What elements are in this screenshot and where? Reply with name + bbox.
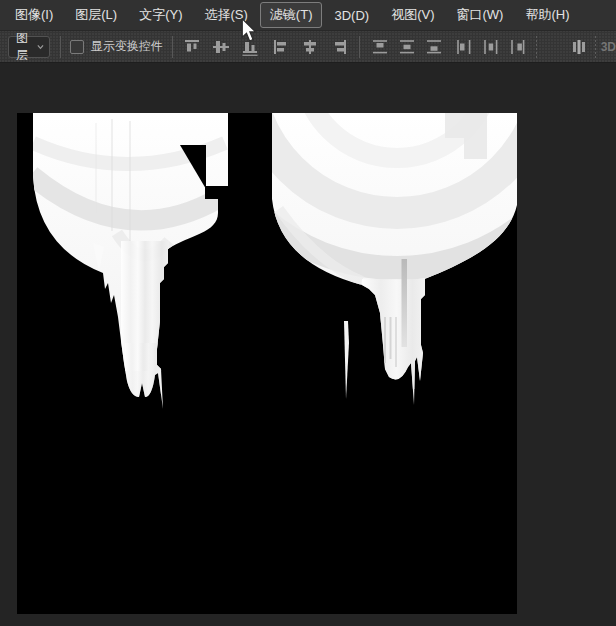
options-bar: 图层 显示变换控件 bbox=[0, 30, 616, 63]
align-top-edges-icon[interactable] bbox=[181, 36, 203, 58]
right-tower-shape bbox=[192, 113, 517, 405]
distribute-top-edges-icon[interactable] bbox=[369, 36, 391, 58]
menu-3d[interactable]: 3D(D) bbox=[324, 4, 379, 27]
menu-select[interactable]: 选择(S) bbox=[195, 2, 258, 28]
show-transform-controls-label[interactable]: 显示变换控件 bbox=[91, 38, 163, 55]
divider bbox=[536, 36, 537, 58]
distribute-left-edges-icon[interactable] bbox=[453, 36, 475, 58]
mode-3d-label: 3D bbox=[601, 40, 616, 54]
distribute-vertical-centers-icon[interactable] bbox=[396, 36, 418, 58]
divider bbox=[172, 36, 173, 58]
menu-filter[interactable]: 滤镜(T) bbox=[260, 2, 323, 28]
align-right-edges-icon[interactable] bbox=[328, 36, 350, 58]
menu-window[interactable]: 窗口(W) bbox=[446, 2, 513, 28]
canvas-image bbox=[17, 113, 517, 614]
align-vertical-centers-icon[interactable] bbox=[210, 36, 232, 58]
menu-type[interactable]: 文字(Y) bbox=[129, 2, 192, 28]
left-tower-shape bbox=[31, 113, 228, 409]
menu-layer[interactable]: 图层(L) bbox=[65, 2, 127, 28]
align-left-edges-icon[interactable] bbox=[270, 36, 292, 58]
distribute-bottom-edges-icon[interactable] bbox=[423, 36, 445, 58]
align-horizontal-centers-icon[interactable] bbox=[299, 36, 321, 58]
chevron-down-icon bbox=[37, 44, 44, 50]
auto-select-value: 图层 bbox=[16, 30, 37, 64]
show-transform-controls-checkbox[interactable] bbox=[70, 40, 84, 54]
distribute-right-edges-icon[interactable] bbox=[507, 36, 529, 58]
divider bbox=[60, 36, 61, 58]
workspace bbox=[0, 63, 616, 626]
divider bbox=[595, 36, 596, 58]
menu-view[interactable]: 视图(V) bbox=[381, 2, 444, 28]
distribute-horizontal-centers-icon[interactable] bbox=[480, 36, 502, 58]
align-bottom-edges-icon[interactable] bbox=[239, 36, 261, 58]
menu-bar: 图像(I) 图层(L) 文字(Y) 选择(S) 滤镜(T) 3D(D) 视图(V… bbox=[0, 0, 616, 30]
menu-help[interactable]: 帮助(H) bbox=[515, 2, 579, 28]
document-canvas[interactable] bbox=[17, 113, 517, 614]
photoshop-window: 图像(I) 图层(L) 文字(Y) 选择(S) 滤镜(T) 3D(D) 视图(V… bbox=[0, 0, 616, 626]
divider bbox=[359, 36, 360, 58]
auto-align-layers-icon[interactable] bbox=[568, 36, 590, 58]
menu-image[interactable]: 图像(I) bbox=[5, 2, 63, 28]
auto-select-dropdown[interactable]: 图层 bbox=[8, 36, 50, 58]
